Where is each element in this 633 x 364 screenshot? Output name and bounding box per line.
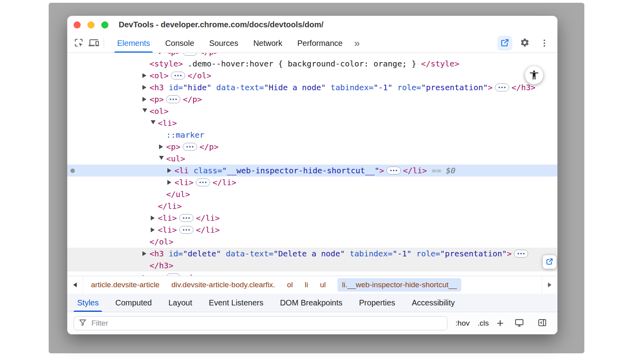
zoom-window-button[interactable] (101, 21, 108, 28)
dom-tree-row[interactable]: </ol> (67, 236, 557, 248)
dom-tree-row[interactable]: <p></p> (67, 141, 557, 153)
expand-arrow-icon[interactable] (167, 176, 174, 188)
dom-tree-row[interactable]: ::marker (67, 129, 557, 141)
inline-expand-ellipsis-button[interactable] (196, 178, 210, 186)
expand-arrow-icon[interactable] (142, 93, 150, 105)
sidebar-tab-event-listeners[interactable]: Event Listeners (201, 294, 272, 312)
dom-tree-row[interactable]: <h3 id="hide" data-text="Hide a node" ta… (67, 82, 557, 93)
dom-tree-row[interactable]: <li></li> (67, 176, 557, 188)
tab-console[interactable]: Console (157, 34, 201, 53)
expand-arrow-icon[interactable] (159, 141, 166, 153)
expand-arrow-icon[interactable] (142, 70, 150, 82)
sidebar-tab-computed[interactable]: Computed (107, 294, 160, 312)
dom-token-tag: </li> (158, 201, 182, 211)
dom-token-txt (326, 83, 331, 92)
device-toolbar-button[interactable] (86, 36, 101, 51)
inline-expand-ellipsis-button[interactable] (166, 95, 180, 103)
inspect-element-button[interactable] (71, 36, 86, 51)
close-window-button[interactable] (74, 21, 81, 28)
collapse-arrow-icon[interactable] (159, 153, 166, 165)
inline-expand-ellipsis-button[interactable] (179, 214, 193, 222)
inspect-cursor-icon (74, 38, 84, 49)
chevron-right-icon (548, 282, 552, 287)
inline-expand-ellipsis-button[interactable] (183, 143, 197, 151)
tab-network[interactable]: Network (246, 34, 290, 53)
inline-expand-ellipsis-button[interactable] (179, 226, 193, 234)
dom-tree-row[interactable]: <ul> (67, 153, 557, 165)
expand-arrow-icon[interactable] (142, 271, 150, 276)
dom-tree-row[interactable]: <p></p> (67, 93, 557, 105)
filter-funnel-icon (79, 318, 87, 328)
inline-expand-ellipsis-button[interactable] (183, 53, 197, 56)
rendering-emulation-button[interactable] (512, 316, 527, 331)
dom-tree-row[interactable]: <li class="__web-inspector-hide-shortcut… (67, 165, 557, 176)
expand-arrow-icon[interactable] (151, 212, 158, 224)
dom-tree-row[interactable]: </li> (67, 200, 557, 212)
expand-arrow-icon[interactable] (167, 165, 174, 176)
dom-tree-row[interactable]: </ul> (67, 188, 557, 200)
dom-tree-row[interactable]: <li></li> (67, 224, 557, 236)
breadcrumb-item[interactable]: article.devsite-article (91, 281, 159, 289)
breadcrumb-item[interactable]: li.__web-inspector-hide-shortcut__ (337, 278, 461, 292)
dom-token-atv: "-1" (373, 83, 392, 92)
expand-arrow-icon[interactable] (159, 53, 166, 58)
dom-tree-row[interactable]: <ol></ol> (67, 70, 557, 82)
dom-token-eq: == (427, 166, 446, 175)
breadcrumb-scroll-right-button[interactable] (542, 276, 557, 294)
undock-devtools-button[interactable] (497, 36, 512, 51)
settings-button[interactable] (517, 36, 532, 51)
dom-tree-row[interactable]: <p></p> (67, 271, 557, 276)
expand-arrow-icon[interactable] (151, 224, 158, 236)
minimize-window-button[interactable] (87, 21, 95, 28)
collapse-arrow-icon[interactable] (151, 117, 158, 129)
tab-sources[interactable]: Sources (202, 34, 246, 53)
floating-undock-button[interactable] (543, 255, 556, 269)
sidebar-tab-layout[interactable]: Layout (160, 294, 201, 312)
dom-tree-row[interactable]: <li> (67, 117, 557, 129)
inline-expand-ellipsis-button[interactable] (514, 250, 528, 258)
inline-expand-ellipsis-button[interactable] (387, 167, 401, 174)
sidebar-tab-properties[interactable]: Properties (351, 294, 404, 312)
dom-token-atv: "Delete a node" (273, 249, 345, 258)
more-panels-button[interactable]: » (352, 38, 362, 48)
new-style-rule-button[interactable]: + (497, 317, 504, 329)
dom-token-tag: <p> (166, 53, 180, 57)
sidebar-tab-dom-breakpoints[interactable]: DOM Breakpoints (272, 294, 351, 312)
dom-tree-row[interactable]: </h3> (67, 260, 557, 271)
dom-tree-row[interactable]: <style> .demo--hover:hover { background-… (67, 58, 557, 70)
dom-tree-row[interactable]: <p></p> (67, 53, 557, 58)
dom-token-tag: </ol> (150, 237, 173, 246)
dom-token-atv: "-1" (392, 249, 411, 258)
breadcrumb-item[interactable]: li (305, 281, 308, 289)
dom-tree-row[interactable]: <h3 id="delete" data-text="Delete a node… (67, 248, 557, 260)
inline-expand-ellipsis-button[interactable] (171, 72, 185, 80)
styles-filter-input[interactable] (91, 318, 442, 328)
expand-arrow-icon[interactable] (142, 82, 150, 93)
styles-filter-box (74, 316, 447, 330)
breadcrumb-item[interactable]: ul (320, 281, 326, 289)
devtools-window: DevTools - developer.chrome.com/docs/dev… (67, 16, 557, 334)
tab-performance[interactable]: Performance (290, 34, 351, 53)
sidebar-tab-styles[interactable]: Styles (69, 294, 107, 312)
sidebar-tab-accessibility[interactable]: Accessibility (404, 294, 463, 312)
inline-expand-ellipsis-button[interactable] (166, 273, 180, 276)
collapse-arrow-icon[interactable] (142, 105, 150, 117)
devtools-menu-button[interactable] (537, 36, 552, 51)
expand-arrow-icon[interactable] (142, 248, 150, 260)
accessibility-person-icon (529, 69, 540, 82)
breadcrumb-item[interactable]: ol (287, 281, 293, 289)
dom-tree-row[interactable]: <ol> (67, 105, 557, 117)
tab-elements[interactable]: Elements (110, 34, 157, 53)
element-classes-button[interactable]: .cls (478, 319, 489, 328)
toggle-sidebar-button[interactable] (534, 316, 550, 331)
dom-token-txt: .demo--hover:hover { background-color: o… (183, 59, 421, 68)
dom-token-tag: <ol> (150, 71, 169, 80)
inline-expand-ellipsis-button[interactable] (495, 83, 509, 91)
toggle-element-state-button[interactable]: :hov (455, 319, 470, 328)
accessibility-overlay-button[interactable] (525, 66, 543, 84)
dom-token-tag: <h3 (150, 83, 164, 92)
dom-tree: <p></p><style> .demo--hover:hover { back… (67, 53, 557, 276)
breadcrumb-scroll-left-button[interactable] (67, 276, 83, 294)
breadcrumb-item[interactable]: div.devsite-article-body.clearfix. (171, 281, 275, 289)
dom-tree-row[interactable]: <li></li> (67, 212, 557, 224)
